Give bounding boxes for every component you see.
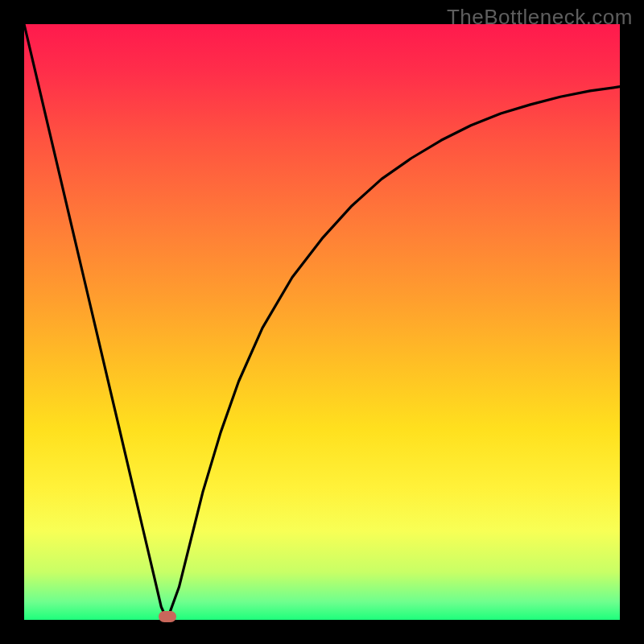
- optimum-marker: [159, 611, 176, 622]
- watermark-text: TheBottleneck.com: [447, 5, 633, 30]
- bottleneck-curve: [24, 24, 620, 620]
- chart-plot-area: [24, 24, 620, 620]
